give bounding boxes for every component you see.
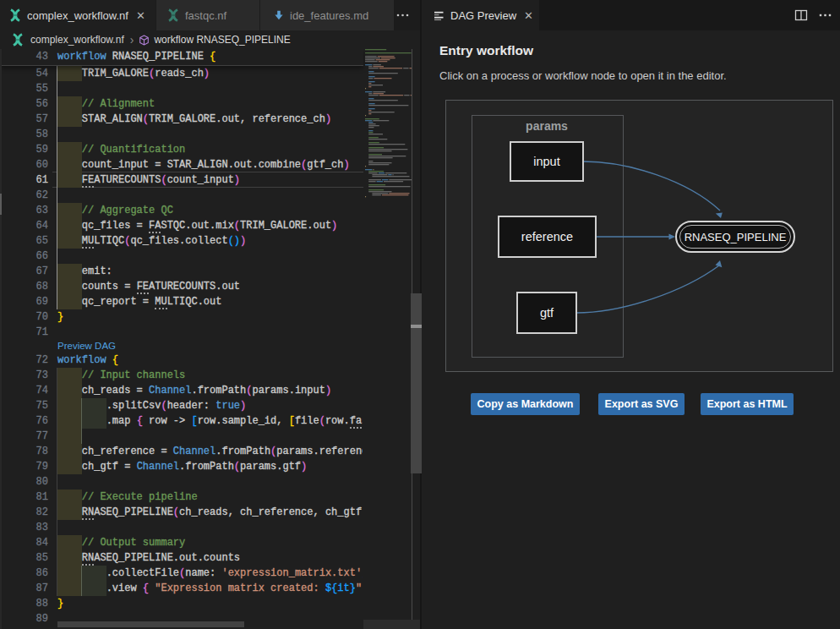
svg-text:input: input — [533, 155, 559, 168]
svg-text:RNASEQ_PIPELINE: RNASEQ_PIPELINE — [685, 231, 787, 243]
svg-text:params: params — [526, 119, 568, 133]
svg-text:reference: reference — [521, 230, 573, 243]
svg-text:gtf: gtf — [540, 306, 554, 320]
